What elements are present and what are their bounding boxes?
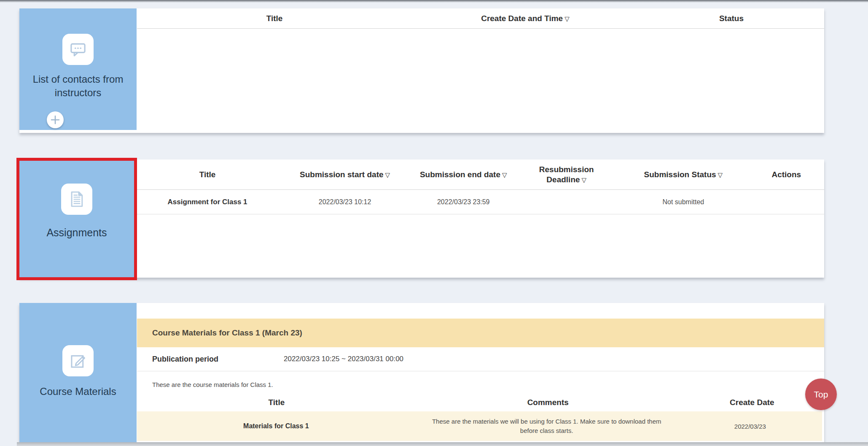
- assignment-start-date: 2022/03/23 10:12: [278, 198, 412, 206]
- material-item-title: Course Materials for Class 1 (March 23): [137, 328, 302, 338]
- publication-period-label: Publication period: [152, 355, 270, 364]
- top-edge-shadow: [0, 0, 868, 3]
- contacts-block-label: List of contacts from instructors: [25, 73, 131, 99]
- course-materials-panel: Course Materials Course Materials for Cl…: [19, 303, 824, 442]
- assignment-row[interactable]: Assignment for Class 1 2022/03/23 10:12 …: [137, 190, 824, 214]
- sidebar-item-contacts[interactable]: List of contacts from instructors: [19, 8, 137, 130]
- bottom-edge-shadow: [17, 442, 868, 446]
- document-icon: [61, 184, 92, 215]
- assign-col-status[interactable]: Submission Status▽: [618, 170, 749, 180]
- contacts-col-create-date[interactable]: Create Date and Time▽: [412, 14, 639, 24]
- assignment-status: Not submitted: [618, 198, 749, 206]
- assign-col-resubmission[interactable]: Resubmission Deadline▽: [515, 165, 618, 185]
- publication-period-value: 2022/03/23 10:25 ~ 2023/03/31 00:00: [284, 355, 403, 363]
- course-materials-content: Course Materials for Class 1 (March 23) …: [137, 303, 824, 442]
- assignments-block-label: Assignments: [24, 226, 130, 240]
- contacts-col-status: Status: [639, 14, 824, 24]
- assign-col-end[interactable]: Submission end date▽: [412, 170, 515, 180]
- assignments-panel: Assignments Title Submission start date▽…: [19, 159, 824, 278]
- contacts-panel: List of contacts from instructors Title …: [19, 8, 824, 133]
- course-materials-block-label: Course Materials: [25, 385, 131, 398]
- materials-col-title: Title: [137, 397, 416, 408]
- edit-pencil-icon: [62, 345, 94, 376]
- lms-course-page: List of contacts from instructors Title …: [0, 0, 868, 446]
- contacts-col-title: Title: [137, 14, 412, 24]
- assign-col-title: Title: [137, 170, 278, 180]
- assignments-table-header: Title Submission start date▽ Submission …: [137, 159, 824, 190]
- contacts-table-header: Title Create Date and Time▽ Status: [137, 8, 824, 29]
- material-row[interactable]: Materials for Class 1 These are the mate…: [137, 411, 822, 441]
- assignments-highlight-border: Assignments: [16, 158, 137, 280]
- sort-arrow-icon[interactable]: ▽: [718, 171, 723, 178]
- publication-period-row: Publication period 2022/03/23 10:25 ~ 20…: [137, 347, 824, 371]
- material-title[interactable]: Materials for Class 1: [137, 422, 415, 430]
- assign-col-actions: Actions: [749, 170, 824, 180]
- assignment-end-date: 2022/03/23 23:59: [412, 198, 515, 206]
- sidebar-item-assignments[interactable]: Assignments: [19, 161, 134, 277]
- add-contact-button[interactable]: [46, 111, 64, 129]
- material-item-header[interactable]: Course Materials for Class 1 (March 23): [137, 319, 824, 347]
- materials-col-comments: Comments: [416, 397, 680, 408]
- sort-arrow-icon[interactable]: ▽: [582, 176, 587, 184]
- back-to-top-button[interactable]: Top: [805, 378, 837, 410]
- assign-col-start[interactable]: Submission start date▽: [278, 170, 412, 180]
- chat-bubble-icon: [62, 34, 94, 65]
- assignment-title[interactable]: Assignment for Class 1: [137, 198, 278, 206]
- material-create-date: 2022/03/23: [678, 423, 822, 430]
- sort-arrow-icon[interactable]: ▽: [385, 171, 390, 178]
- sort-arrow-icon[interactable]: ▽: [564, 15, 570, 22]
- materials-col-create-date: Create Date: [680, 397, 824, 408]
- sidebar-item-course-materials[interactable]: Course Materials: [19, 303, 137, 442]
- material-description: These are the course materials for Class…: [152, 381, 273, 388]
- contacts-table: Title Create Date and Time▽ Status: [137, 8, 824, 133]
- sort-arrow-icon[interactable]: ▽: [502, 171, 507, 178]
- material-comments: These are the materials we will be using…: [415, 417, 678, 435]
- materials-table-header: Title Comments Create Date: [137, 394, 824, 411]
- assignments-table: Title Submission start date▽ Submission …: [137, 159, 824, 278]
